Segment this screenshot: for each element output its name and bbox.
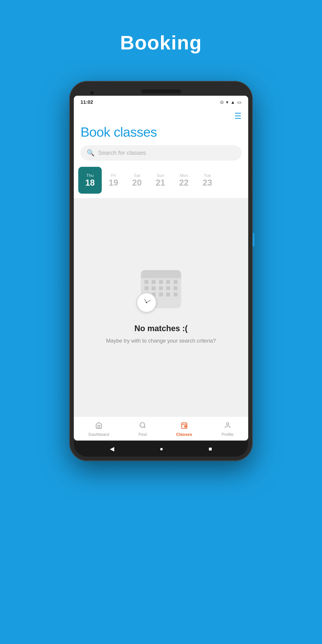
nav-item-classes[interactable]: Classes bbox=[172, 420, 197, 438]
phone-top-bar bbox=[74, 86, 248, 96]
app-header: ☰ bbox=[74, 107, 248, 124]
calendar-day-22[interactable]: Mon 22 bbox=[172, 167, 196, 194]
signal-icon: ▲ bbox=[230, 100, 235, 105]
nav-item-find[interactable]: Find bbox=[134, 420, 152, 438]
content-area: No matches :( Maybe try with to change y… bbox=[74, 198, 248, 416]
cal-day-num: 22 bbox=[179, 178, 188, 188]
find-label: Find bbox=[139, 432, 147, 437]
status-icons: ⊙ ▾ ▲ ▭ bbox=[220, 100, 242, 105]
status-time: 11:02 bbox=[80, 99, 93, 105]
cal-day-num: 19 bbox=[109, 178, 118, 188]
calendar-row: Thu 18 Fri 19 Sat 20 Sun 21 Mon 22 Tue 2… bbox=[74, 167, 248, 198]
phone-mockup: 11:02 ⊙ ▾ ▲ ▭ ☰ Book classes 🔍 Search fo… bbox=[69, 81, 253, 461]
cal-day-name: Thu bbox=[86, 173, 94, 178]
profile-label: Profile bbox=[222, 432, 234, 437]
cal-day-name: Sun bbox=[157, 173, 164, 178]
search-bar[interactable]: 🔍 Search for classes bbox=[80, 145, 242, 160]
calendar-day-20[interactable]: Sat 20 bbox=[125, 167, 149, 194]
page-background-title: Booking bbox=[120, 31, 202, 54]
no-matches-title: No matches :( bbox=[134, 324, 188, 333]
bottom-nav: Dashboard Find Classes Profile bbox=[74, 416, 248, 440]
cal-day-name: Mon bbox=[180, 173, 188, 178]
svg-point-7 bbox=[226, 422, 229, 425]
svg-point-0 bbox=[140, 422, 145, 427]
home-button[interactable]: ● bbox=[160, 446, 163, 452]
profile-icon bbox=[224, 422, 231, 431]
classes-label: Classes bbox=[176, 432, 192, 437]
notification-icon: ⊙ bbox=[220, 100, 224, 105]
phone-speaker bbox=[141, 90, 181, 94]
no-matches-subtitle: Maybe try with to change your search cri… bbox=[106, 337, 216, 345]
clock-circle bbox=[136, 292, 156, 312]
cal-day-num: 20 bbox=[132, 178, 142, 188]
find-icon bbox=[139, 422, 146, 431]
calendar-day-18[interactable]: Thu 18 bbox=[78, 167, 102, 194]
battery-icon: ▭ bbox=[237, 100, 242, 105]
phone-camera bbox=[90, 90, 94, 95]
dashboard-icon bbox=[95, 422, 102, 431]
recents-button[interactable]: ■ bbox=[209, 446, 212, 452]
wifi-icon: ▾ bbox=[226, 100, 228, 105]
cal-day-num: 18 bbox=[85, 178, 94, 188]
cal-day-name: Tue bbox=[204, 173, 211, 178]
side-edge-indicator bbox=[253, 233, 254, 246]
clock-hands bbox=[141, 297, 152, 308]
calendar-day-21[interactable]: Sun 21 bbox=[149, 167, 172, 194]
cal-day-name: Fri bbox=[111, 173, 116, 178]
nav-item-dashboard[interactable]: Dashboard bbox=[84, 420, 114, 438]
cal-day-num: 23 bbox=[202, 178, 212, 188]
search-icon: 🔍 bbox=[87, 149, 94, 156]
cal-day-name: Sat bbox=[134, 173, 140, 178]
calendar-day-23[interactable]: Tue 23 bbox=[196, 167, 219, 194]
cal-day-num: 21 bbox=[156, 178, 165, 188]
calendar-top bbox=[141, 270, 181, 278]
clock-center-dot bbox=[146, 302, 147, 303]
calendar-day-19[interactable]: Fri 19 bbox=[102, 167, 125, 194]
status-bar: 11:02 ⊙ ▾ ▲ ▭ bbox=[74, 96, 248, 107]
back-button[interactable]: ◀ bbox=[110, 446, 114, 452]
search-container: 🔍 Search for classes bbox=[74, 145, 248, 167]
nav-item-profile[interactable]: Profile bbox=[217, 420, 238, 438]
empty-illustration bbox=[139, 270, 183, 315]
phone-screen: 11:02 ⊙ ▾ ▲ ▭ ☰ Book classes 🔍 Search fo… bbox=[74, 96, 248, 440]
phone-bottom-bar: ◀ ● ■ bbox=[74, 441, 248, 456]
dashboard-label: Dashboard bbox=[88, 432, 109, 437]
book-classes-title: Book classes bbox=[74, 124, 248, 145]
classes-icon bbox=[181, 422, 188, 431]
filter-icon[interactable]: ☰ bbox=[234, 111, 242, 121]
svg-line-1 bbox=[144, 427, 145, 428]
search-placeholder-text: Search for classes bbox=[98, 149, 146, 156]
